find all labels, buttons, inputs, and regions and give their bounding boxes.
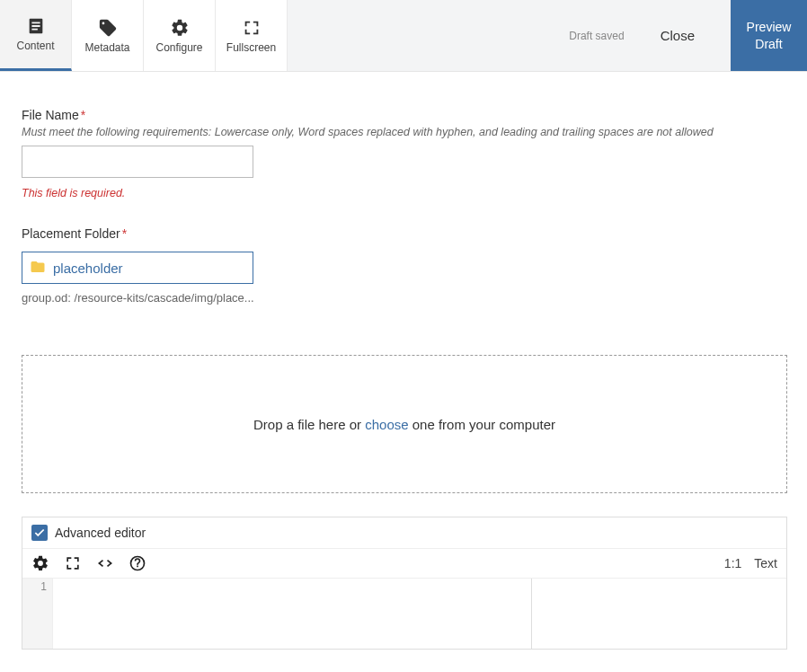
- code-editor-area[interactable]: 1: [22, 579, 786, 649]
- tab-group: Content Metadata Configure Fullscreen: [0, 0, 288, 71]
- tab-configure[interactable]: Configure: [144, 0, 216, 71]
- preview-line: Draft: [755, 37, 782, 51]
- filename-input[interactable]: [22, 146, 253, 178]
- tab-metadata[interactable]: Metadata: [72, 0, 144, 71]
- tab-label: Content: [16, 40, 54, 52]
- tab-label: Configure: [155, 41, 202, 54]
- advanced-editor-title: Advanced editor: [55, 526, 146, 540]
- preview-draft-button[interactable]: Preview Draft: [731, 0, 807, 71]
- folder-icon: [30, 259, 46, 278]
- placement-label: Placement Folder*: [22, 226, 785, 241]
- code-icon[interactable]: [96, 554, 114, 572]
- required-marker: *: [122, 226, 127, 241]
- dropzone-text-after: one from your computer: [409, 417, 555, 432]
- choose-file-link[interactable]: choose: [365, 417, 408, 432]
- placement-folder-picker[interactable]: placeholder: [22, 252, 253, 284]
- file-dropzone[interactable]: Drop a file here or choose one from your…: [22, 355, 787, 493]
- gear-icon: [170, 18, 190, 38]
- line-gutter: 1: [22, 579, 53, 649]
- tab-label: Fullscreen: [226, 41, 276, 54]
- close-button[interactable]: Close: [644, 28, 711, 43]
- fullscreen-icon: [242, 18, 262, 38]
- filename-label: File Name*: [22, 108, 785, 122]
- filename-error: This field is required.: [22, 187, 785, 199]
- code-column[interactable]: [53, 579, 786, 649]
- wrap-guide: [531, 579, 532, 649]
- tab-content[interactable]: Content: [0, 0, 72, 71]
- main-form: File Name* Must meet the following requi…: [0, 72, 807, 650]
- required-marker: *: [81, 108, 85, 122]
- help-icon[interactable]: [129, 554, 146, 572]
- placement-value: placeholder: [53, 261, 123, 276]
- editor-fullscreen-button[interactable]: [64, 554, 82, 572]
- top-right-controls: Draft saved Close Preview Draft: [569, 0, 807, 71]
- tab-label: Metadata: [84, 41, 129, 54]
- content-icon: [26, 16, 46, 36]
- cursor-position: 1:1: [724, 556, 741, 570]
- tag-icon: [98, 18, 118, 38]
- editor-settings-button[interactable]: [31, 554, 49, 572]
- dropzone-text-before: Drop a file here or: [253, 417, 365, 432]
- editor-toolbar: 1:1 Text: [22, 549, 786, 579]
- filename-hint: Must meet the following requirements: Lo…: [22, 126, 785, 138]
- placement-path: group.od: /resource-kits/cascade/img/pla…: [22, 291, 785, 305]
- tab-fullscreen[interactable]: Fullscreen: [216, 0, 288, 71]
- preview-line: Preview: [747, 20, 792, 34]
- advanced-editor-header: Advanced editor: [22, 517, 786, 549]
- line-number: 1: [22, 580, 47, 593]
- advanced-editor: Advanced editor 1:1 Text 1: [22, 517, 787, 650]
- top-tab-bar: Content Metadata Configure Fullscreen Dr…: [0, 0, 807, 72]
- advanced-editor-checkbox[interactable]: [31, 525, 48, 541]
- draft-saved-status: Draft saved: [569, 30, 624, 42]
- editor-mode[interactable]: Text: [754, 556, 777, 570]
